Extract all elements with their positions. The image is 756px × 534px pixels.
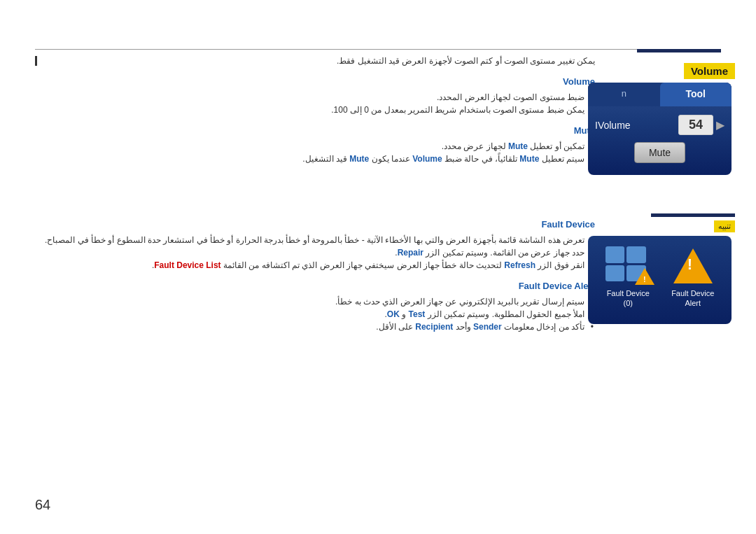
fault-alert-bullets: سيتم إرسال تقرير بالبريد الإلكتروني عن ج… — [35, 297, 595, 332]
fault-alert-bullet-3: تأكد من إدخال معلومات Sender وأحد Recipi… — [35, 322, 595, 332]
tab-n[interactable]: n — [588, 83, 660, 106]
fault-device-icon-item: ! Fault Device(0) — [606, 246, 651, 309]
volume-arrow-right[interactable]: ▶ — [716, 118, 724, 132]
page-number: 64 — [35, 497, 50, 513]
tab-tool[interactable]: Tool — [660, 83, 732, 106]
mute-bullet-1: تمكين أو تعطيل Mute لجهاز عرض محدد. — [35, 141, 595, 151]
mute-button[interactable]: Mute — [634, 142, 685, 163]
fault-device-label: Fault Device(0) — [607, 288, 650, 309]
volume-badge: Volume — [684, 63, 735, 79]
volume-bullet-2: يمكن ضبط مستوى الصوت باستخدام شريط التمر… — [35, 105, 595, 115]
volume-row-label: IVolume — [595, 120, 678, 131]
fault-bullet-3: انقر فوق الزر Refresh لتحديث حالة خطأ جه… — [35, 260, 595, 270]
fault-icons-row: ! Fault Device(0) ! Fault DeviceAlert — [595, 246, 724, 309]
mute-bullets: تمكين أو تعطيل Mute لجهاز عرض محدد. سيتم… — [35, 141, 595, 164]
fault-alert-icon-item: ! Fault DeviceAlert — [671, 246, 714, 309]
main-content: يمكن تغيير مستوى الصوت أو كتم الصوت لأجه… — [35, 56, 595, 492]
fault-badge: تنبيه — [714, 220, 735, 232]
fault-alert-bullet-2: املأ جميع الحقول المطلوبة. وسيتم تمكين ا… — [35, 309, 595, 319]
right-accent-bottom — [651, 213, 735, 217]
top-divider — [35, 49, 721, 50]
volume-control-row: IVolume 54 ▶ — [595, 115, 724, 135]
right-panel: Volume n Tool IVolume 54 ▶ Mute تنبيه — [588, 56, 735, 324]
fault-bullets: تعرض هذه الشاشة قائمة بأجهزة العرض والتي… — [35, 235, 595, 270]
volume-ui-panel: n Tool IVolume 54 ▶ Mute — [588, 83, 732, 175]
volume-bullet-1: ضبط مستوى الصوت لجهاز العرض المحدد. — [35, 92, 595, 102]
fault-bullet-2: حدد جهاز عرض من القائمة. وسيتم تمكين الز… — [35, 248, 595, 258]
fault-alert-bullet-1: سيتم إرسال تقرير بالبريد الإلكتروني عن ج… — [35, 297, 595, 307]
volume-body: IVolume 54 ▶ Mute — [588, 106, 732, 175]
fault-bullet-1: تعرض هذه الشاشة قائمة بأجهزة العرض والتي… — [35, 235, 595, 245]
fault-alert-label: Fault DeviceAlert — [671, 288, 714, 309]
mute-bullet-2: سيتم تعطيل Mute تلقائياً، في حالة ضبط Vo… — [35, 154, 595, 164]
volume-section-title: Volume — [35, 76, 595, 87]
mute-section-title: Mute — [35, 125, 595, 136]
volume-bullets: ضبط مستوى الصوت لجهاز العرض المحدد. يمكن… — [35, 92, 595, 115]
volume-tabs: n Tool — [588, 83, 732, 106]
top-note: يمكن تغيير مستوى الصوت أو كتم الصوت لأجه… — [35, 56, 595, 66]
volume-value: 54 — [678, 115, 713, 135]
fault-section-title: Fault Device — [35, 219, 595, 230]
fault-ui-panel: ! Fault Device(0) ! Fault DeviceAlert — [588, 236, 732, 324]
fault-alert-title: Fault Device Alert — [35, 281, 595, 291]
fault-device-icon: ! — [606, 246, 651, 285]
fault-alert-icon: ! — [672, 246, 714, 285]
right-accent-top — [637, 49, 721, 52]
